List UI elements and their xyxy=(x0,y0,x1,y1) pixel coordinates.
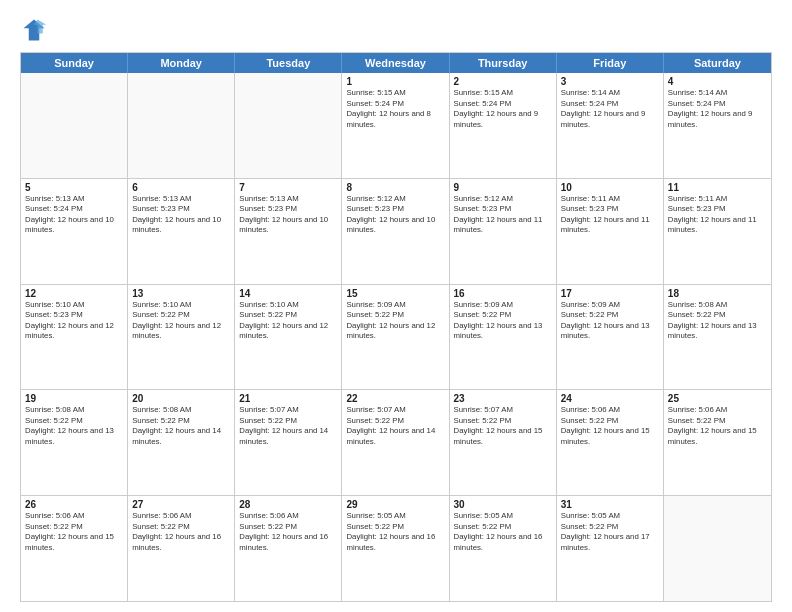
day-number: 25 xyxy=(668,393,767,404)
day-header-sunday: Sunday xyxy=(21,53,128,73)
day-cell-12: 12Sunrise: 5:10 AM Sunset: 5:23 PM Dayli… xyxy=(21,285,128,390)
calendar-row-2: 5Sunrise: 5:13 AM Sunset: 5:24 PM Daylig… xyxy=(21,179,771,285)
logo-icon xyxy=(20,16,48,44)
day-number: 16 xyxy=(454,288,552,299)
day-info: Sunrise: 5:13 AM Sunset: 5:23 PM Dayligh… xyxy=(239,194,337,236)
day-info: Sunrise: 5:05 AM Sunset: 5:22 PM Dayligh… xyxy=(346,511,444,553)
day-info: Sunrise: 5:14 AM Sunset: 5:24 PM Dayligh… xyxy=(668,88,767,130)
day-cell-3: 3Sunrise: 5:14 AM Sunset: 5:24 PM Daylig… xyxy=(557,73,664,178)
header xyxy=(20,16,772,44)
logo xyxy=(20,16,52,44)
day-info: Sunrise: 5:15 AM Sunset: 5:24 PM Dayligh… xyxy=(454,88,552,130)
calendar-row-3: 12Sunrise: 5:10 AM Sunset: 5:23 PM Dayli… xyxy=(21,285,771,391)
day-info: Sunrise: 5:06 AM Sunset: 5:22 PM Dayligh… xyxy=(239,511,337,553)
day-number: 12 xyxy=(25,288,123,299)
day-cell-9: 9Sunrise: 5:12 AM Sunset: 5:23 PM Daylig… xyxy=(450,179,557,284)
day-cell-31: 31Sunrise: 5:05 AM Sunset: 5:22 PM Dayli… xyxy=(557,496,664,601)
day-info: Sunrise: 5:10 AM Sunset: 5:22 PM Dayligh… xyxy=(239,300,337,342)
day-cell-10: 10Sunrise: 5:11 AM Sunset: 5:23 PM Dayli… xyxy=(557,179,664,284)
day-info: Sunrise: 5:09 AM Sunset: 5:22 PM Dayligh… xyxy=(346,300,444,342)
day-cell-28: 28Sunrise: 5:06 AM Sunset: 5:22 PM Dayli… xyxy=(235,496,342,601)
day-cell-4: 4Sunrise: 5:14 AM Sunset: 5:24 PM Daylig… xyxy=(664,73,771,178)
calendar-row-5: 26Sunrise: 5:06 AM Sunset: 5:22 PM Dayli… xyxy=(21,496,771,601)
day-cell-24: 24Sunrise: 5:06 AM Sunset: 5:22 PM Dayli… xyxy=(557,390,664,495)
day-number: 20 xyxy=(132,393,230,404)
day-info: Sunrise: 5:07 AM Sunset: 5:22 PM Dayligh… xyxy=(346,405,444,447)
day-cell-25: 25Sunrise: 5:06 AM Sunset: 5:22 PM Dayli… xyxy=(664,390,771,495)
day-number: 11 xyxy=(668,182,767,193)
day-header-saturday: Saturday xyxy=(664,53,771,73)
day-cell-1: 1Sunrise: 5:15 AM Sunset: 5:24 PM Daylig… xyxy=(342,73,449,178)
day-number: 4 xyxy=(668,76,767,87)
day-header-wednesday: Wednesday xyxy=(342,53,449,73)
day-header-tuesday: Tuesday xyxy=(235,53,342,73)
day-info: Sunrise: 5:12 AM Sunset: 5:23 PM Dayligh… xyxy=(454,194,552,236)
day-number: 13 xyxy=(132,288,230,299)
day-info: Sunrise: 5:08 AM Sunset: 5:22 PM Dayligh… xyxy=(668,300,767,342)
day-cell-27: 27Sunrise: 5:06 AM Sunset: 5:22 PM Dayli… xyxy=(128,496,235,601)
day-cell-29: 29Sunrise: 5:05 AM Sunset: 5:22 PM Dayli… xyxy=(342,496,449,601)
day-cell-20: 20Sunrise: 5:08 AM Sunset: 5:22 PM Dayli… xyxy=(128,390,235,495)
day-info: Sunrise: 5:14 AM Sunset: 5:24 PM Dayligh… xyxy=(561,88,659,130)
day-number: 15 xyxy=(346,288,444,299)
day-cell-26: 26Sunrise: 5:06 AM Sunset: 5:22 PM Dayli… xyxy=(21,496,128,601)
day-info: Sunrise: 5:07 AM Sunset: 5:22 PM Dayligh… xyxy=(239,405,337,447)
day-cell-8: 8Sunrise: 5:12 AM Sunset: 5:23 PM Daylig… xyxy=(342,179,449,284)
day-cell-11: 11Sunrise: 5:11 AM Sunset: 5:23 PM Dayli… xyxy=(664,179,771,284)
day-info: Sunrise: 5:05 AM Sunset: 5:22 PM Dayligh… xyxy=(454,511,552,553)
day-number: 17 xyxy=(561,288,659,299)
day-cell-21: 21Sunrise: 5:07 AM Sunset: 5:22 PM Dayli… xyxy=(235,390,342,495)
day-cell-30: 30Sunrise: 5:05 AM Sunset: 5:22 PM Dayli… xyxy=(450,496,557,601)
day-info: Sunrise: 5:05 AM Sunset: 5:22 PM Dayligh… xyxy=(561,511,659,553)
day-info: Sunrise: 5:13 AM Sunset: 5:23 PM Dayligh… xyxy=(132,194,230,236)
day-number: 9 xyxy=(454,182,552,193)
day-info: Sunrise: 5:07 AM Sunset: 5:22 PM Dayligh… xyxy=(454,405,552,447)
day-info: Sunrise: 5:13 AM Sunset: 5:24 PM Dayligh… xyxy=(25,194,123,236)
calendar-row-4: 19Sunrise: 5:08 AM Sunset: 5:22 PM Dayli… xyxy=(21,390,771,496)
day-info: Sunrise: 5:12 AM Sunset: 5:23 PM Dayligh… xyxy=(346,194,444,236)
day-info: Sunrise: 5:06 AM Sunset: 5:22 PM Dayligh… xyxy=(132,511,230,553)
day-number: 26 xyxy=(25,499,123,510)
day-info: Sunrise: 5:08 AM Sunset: 5:22 PM Dayligh… xyxy=(25,405,123,447)
day-cell-15: 15Sunrise: 5:09 AM Sunset: 5:22 PM Dayli… xyxy=(342,285,449,390)
day-cell-13: 13Sunrise: 5:10 AM Sunset: 5:22 PM Dayli… xyxy=(128,285,235,390)
day-info: Sunrise: 5:06 AM Sunset: 5:22 PM Dayligh… xyxy=(25,511,123,553)
day-header-friday: Friday xyxy=(557,53,664,73)
day-cell-7: 7Sunrise: 5:13 AM Sunset: 5:23 PM Daylig… xyxy=(235,179,342,284)
day-info: Sunrise: 5:06 AM Sunset: 5:22 PM Dayligh… xyxy=(668,405,767,447)
empty-cell xyxy=(664,496,771,601)
day-number: 23 xyxy=(454,393,552,404)
day-number: 24 xyxy=(561,393,659,404)
day-number: 30 xyxy=(454,499,552,510)
calendar-header: SundayMondayTuesdayWednesdayThursdayFrid… xyxy=(21,53,771,73)
day-cell-19: 19Sunrise: 5:08 AM Sunset: 5:22 PM Dayli… xyxy=(21,390,128,495)
day-info: Sunrise: 5:15 AM Sunset: 5:24 PM Dayligh… xyxy=(346,88,444,130)
day-number: 8 xyxy=(346,182,444,193)
day-info: Sunrise: 5:09 AM Sunset: 5:22 PM Dayligh… xyxy=(561,300,659,342)
day-number: 6 xyxy=(132,182,230,193)
day-number: 2 xyxy=(454,76,552,87)
calendar-body: 1Sunrise: 5:15 AM Sunset: 5:24 PM Daylig… xyxy=(21,73,771,601)
day-number: 22 xyxy=(346,393,444,404)
day-info: Sunrise: 5:10 AM Sunset: 5:22 PM Dayligh… xyxy=(132,300,230,342)
day-number: 21 xyxy=(239,393,337,404)
day-number: 18 xyxy=(668,288,767,299)
day-number: 3 xyxy=(561,76,659,87)
day-info: Sunrise: 5:06 AM Sunset: 5:22 PM Dayligh… xyxy=(561,405,659,447)
day-info: Sunrise: 5:10 AM Sunset: 5:23 PM Dayligh… xyxy=(25,300,123,342)
day-cell-14: 14Sunrise: 5:10 AM Sunset: 5:22 PM Dayli… xyxy=(235,285,342,390)
day-number: 10 xyxy=(561,182,659,193)
day-number: 29 xyxy=(346,499,444,510)
empty-cell xyxy=(128,73,235,178)
day-cell-6: 6Sunrise: 5:13 AM Sunset: 5:23 PM Daylig… xyxy=(128,179,235,284)
day-cell-23: 23Sunrise: 5:07 AM Sunset: 5:22 PM Dayli… xyxy=(450,390,557,495)
day-number: 28 xyxy=(239,499,337,510)
calendar-row-1: 1Sunrise: 5:15 AM Sunset: 5:24 PM Daylig… xyxy=(21,73,771,179)
day-cell-5: 5Sunrise: 5:13 AM Sunset: 5:24 PM Daylig… xyxy=(21,179,128,284)
day-cell-18: 18Sunrise: 5:08 AM Sunset: 5:22 PM Dayli… xyxy=(664,285,771,390)
day-info: Sunrise: 5:11 AM Sunset: 5:23 PM Dayligh… xyxy=(561,194,659,236)
day-number: 27 xyxy=(132,499,230,510)
day-cell-16: 16Sunrise: 5:09 AM Sunset: 5:22 PM Dayli… xyxy=(450,285,557,390)
day-header-monday: Monday xyxy=(128,53,235,73)
day-info: Sunrise: 5:11 AM Sunset: 5:23 PM Dayligh… xyxy=(668,194,767,236)
